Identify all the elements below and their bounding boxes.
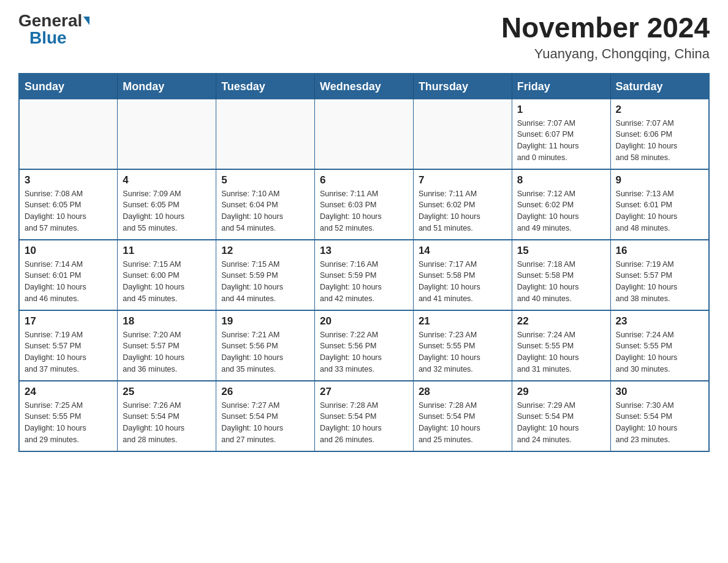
- calendar-cell: 29Sunrise: 7:29 AM Sunset: 5:54 PM Dayli…: [512, 381, 610, 451]
- day-info: Sunrise: 7:09 AM Sunset: 6:05 PM Dayligh…: [123, 188, 211, 234]
- day-number: 14: [419, 245, 507, 257]
- calendar-cell: [19, 99, 118, 169]
- day-number: 3: [25, 174, 112, 186]
- calendar-cell: 11Sunrise: 7:15 AM Sunset: 6:00 PM Dayli…: [118, 240, 216, 310]
- calendar-header-sunday: Sunday: [19, 74, 118, 99]
- day-info: Sunrise: 7:11 AM Sunset: 6:03 PM Dayligh…: [320, 188, 408, 234]
- calendar-cell: 27Sunrise: 7:28 AM Sunset: 5:54 PM Dayli…: [315, 381, 414, 451]
- day-info: Sunrise: 7:23 AM Sunset: 5:55 PM Dayligh…: [419, 329, 507, 375]
- calendar-cell: 13Sunrise: 7:16 AM Sunset: 5:59 PM Dayli…: [315, 240, 414, 310]
- day-info: Sunrise: 7:11 AM Sunset: 6:02 PM Dayligh…: [419, 188, 507, 234]
- day-number: 2: [616, 104, 703, 116]
- day-number: 1: [517, 104, 605, 116]
- day-number: 26: [221, 386, 309, 398]
- calendar-cell: 7Sunrise: 7:11 AM Sunset: 6:02 PM Daylig…: [413, 169, 512, 240]
- calendar-cell: 20Sunrise: 7:22 AM Sunset: 5:56 PM Dayli…: [315, 310, 414, 381]
- logo: General Blue: [18, 12, 89, 47]
- calendar-cell: 12Sunrise: 7:15 AM Sunset: 5:59 PM Dayli…: [216, 240, 315, 310]
- day-info: Sunrise: 7:25 AM Sunset: 5:55 PM Dayligh…: [25, 400, 112, 446]
- day-info: Sunrise: 7:28 AM Sunset: 5:54 PM Dayligh…: [320, 400, 408, 446]
- day-number: 13: [320, 245, 408, 257]
- title-block: November 2024 Yuanyang, Chongqing, China: [501, 12, 710, 62]
- day-number: 6: [320, 174, 408, 186]
- day-number: 19: [221, 315, 309, 327]
- calendar-cell: 10Sunrise: 7:14 AM Sunset: 6:01 PM Dayli…: [19, 240, 118, 310]
- day-number: 16: [616, 245, 703, 257]
- calendar-week-row: 17Sunrise: 7:19 AM Sunset: 5:57 PM Dayli…: [19, 310, 709, 381]
- calendar-cell: [216, 99, 315, 169]
- day-number: 28: [419, 386, 507, 398]
- logo-triangle-icon: [83, 17, 89, 25]
- calendar-cell: 25Sunrise: 7:26 AM Sunset: 5:54 PM Dayli…: [118, 381, 216, 451]
- calendar-table: SundayMondayTuesdayWednesdayThursdayFrid…: [18, 73, 710, 452]
- day-info: Sunrise: 7:08 AM Sunset: 6:05 PM Dayligh…: [25, 188, 112, 234]
- day-info: Sunrise: 7:16 AM Sunset: 5:59 PM Dayligh…: [320, 259, 408, 305]
- day-info: Sunrise: 7:13 AM Sunset: 6:01 PM Dayligh…: [616, 188, 703, 234]
- day-info: Sunrise: 7:20 AM Sunset: 5:57 PM Dayligh…: [123, 329, 211, 375]
- calendar-cell: 26Sunrise: 7:27 AM Sunset: 5:54 PM Dayli…: [216, 381, 315, 451]
- calendar-header-saturday: Saturday: [610, 74, 709, 99]
- day-number: 21: [419, 315, 507, 327]
- calendar-cell: 16Sunrise: 7:19 AM Sunset: 5:57 PM Dayli…: [610, 240, 709, 310]
- day-info: Sunrise: 7:17 AM Sunset: 5:58 PM Dayligh…: [419, 259, 507, 305]
- day-number: 29: [517, 386, 605, 398]
- day-info: Sunrise: 7:30 AM Sunset: 5:54 PM Dayligh…: [616, 400, 703, 446]
- day-info: Sunrise: 7:19 AM Sunset: 5:57 PM Dayligh…: [616, 259, 703, 305]
- month-title: November 2024: [501, 12, 710, 44]
- day-info: Sunrise: 7:24 AM Sunset: 5:55 PM Dayligh…: [616, 329, 703, 375]
- day-number: 27: [320, 386, 408, 398]
- day-number: 12: [221, 245, 309, 257]
- calendar-cell: 3Sunrise: 7:08 AM Sunset: 6:05 PM Daylig…: [19, 169, 118, 240]
- day-number: 9: [616, 174, 703, 186]
- day-info: Sunrise: 7:12 AM Sunset: 6:02 PM Dayligh…: [517, 188, 605, 234]
- day-number: 18: [123, 315, 211, 327]
- day-info: Sunrise: 7:19 AM Sunset: 5:57 PM Dayligh…: [25, 329, 112, 375]
- day-number: 8: [517, 174, 605, 186]
- calendar-header-monday: Monday: [118, 74, 216, 99]
- calendar-cell: [118, 99, 216, 169]
- logo-general-text: General: [18, 12, 82, 29]
- calendar-header-friday: Friday: [512, 74, 610, 99]
- calendar-cell: 1Sunrise: 7:07 AM Sunset: 6:07 PM Daylig…: [512, 99, 610, 169]
- day-number: 17: [25, 315, 112, 327]
- calendar-header-wednesday: Wednesday: [315, 74, 414, 99]
- day-number: 23: [616, 315, 703, 327]
- calendar-cell: 14Sunrise: 7:17 AM Sunset: 5:58 PM Dayli…: [413, 240, 512, 310]
- day-number: 4: [123, 174, 211, 186]
- day-number: 30: [616, 386, 703, 398]
- day-info: Sunrise: 7:14 AM Sunset: 6:01 PM Dayligh…: [25, 259, 112, 305]
- day-number: 10: [25, 245, 112, 257]
- day-number: 15: [517, 245, 605, 257]
- calendar-header-thursday: Thursday: [413, 74, 512, 99]
- calendar-week-row: 24Sunrise: 7:25 AM Sunset: 5:55 PM Dayli…: [19, 381, 709, 451]
- calendar-cell: 19Sunrise: 7:21 AM Sunset: 5:56 PM Dayli…: [216, 310, 315, 381]
- logo-blue-text: Blue: [29, 29, 67, 47]
- calendar-cell: 6Sunrise: 7:11 AM Sunset: 6:03 PM Daylig…: [315, 169, 414, 240]
- day-number: 22: [517, 315, 605, 327]
- day-info: Sunrise: 7:26 AM Sunset: 5:54 PM Dayligh…: [123, 400, 211, 446]
- calendar-cell: 8Sunrise: 7:12 AM Sunset: 6:02 PM Daylig…: [512, 169, 610, 240]
- calendar-cell: 5Sunrise: 7:10 AM Sunset: 6:04 PM Daylig…: [216, 169, 315, 240]
- day-info: Sunrise: 7:22 AM Sunset: 5:56 PM Dayligh…: [320, 329, 408, 375]
- calendar-cell: 28Sunrise: 7:28 AM Sunset: 5:54 PM Dayli…: [413, 381, 512, 451]
- calendar-cell: [413, 99, 512, 169]
- day-info: Sunrise: 7:10 AM Sunset: 6:04 PM Dayligh…: [221, 188, 309, 234]
- calendar-cell: 2Sunrise: 7:07 AM Sunset: 6:06 PM Daylig…: [610, 99, 709, 169]
- day-info: Sunrise: 7:15 AM Sunset: 6:00 PM Dayligh…: [123, 259, 211, 305]
- day-number: 24: [25, 386, 112, 398]
- day-info: Sunrise: 7:21 AM Sunset: 5:56 PM Dayligh…: [221, 329, 309, 375]
- day-number: 20: [320, 315, 408, 327]
- calendar-cell: 24Sunrise: 7:25 AM Sunset: 5:55 PM Dayli…: [19, 381, 118, 451]
- location-title: Yuanyang, Chongqing, China: [501, 46, 710, 62]
- calendar-week-row: 3Sunrise: 7:08 AM Sunset: 6:05 PM Daylig…: [19, 169, 709, 240]
- calendar-cell: 17Sunrise: 7:19 AM Sunset: 5:57 PM Dayli…: [19, 310, 118, 381]
- day-number: 11: [123, 245, 211, 257]
- calendar-cell: 15Sunrise: 7:18 AM Sunset: 5:58 PM Dayli…: [512, 240, 610, 310]
- day-info: Sunrise: 7:07 AM Sunset: 6:07 PM Dayligh…: [517, 118, 605, 164]
- calendar-cell: 4Sunrise: 7:09 AM Sunset: 6:05 PM Daylig…: [118, 169, 216, 240]
- calendar-cell: 23Sunrise: 7:24 AM Sunset: 5:55 PM Dayli…: [610, 310, 709, 381]
- calendar-week-row: 10Sunrise: 7:14 AM Sunset: 6:01 PM Dayli…: [19, 240, 709, 310]
- calendar-header-tuesday: Tuesday: [216, 74, 315, 99]
- day-number: 5: [221, 174, 309, 186]
- day-info: Sunrise: 7:18 AM Sunset: 5:58 PM Dayligh…: [517, 259, 605, 305]
